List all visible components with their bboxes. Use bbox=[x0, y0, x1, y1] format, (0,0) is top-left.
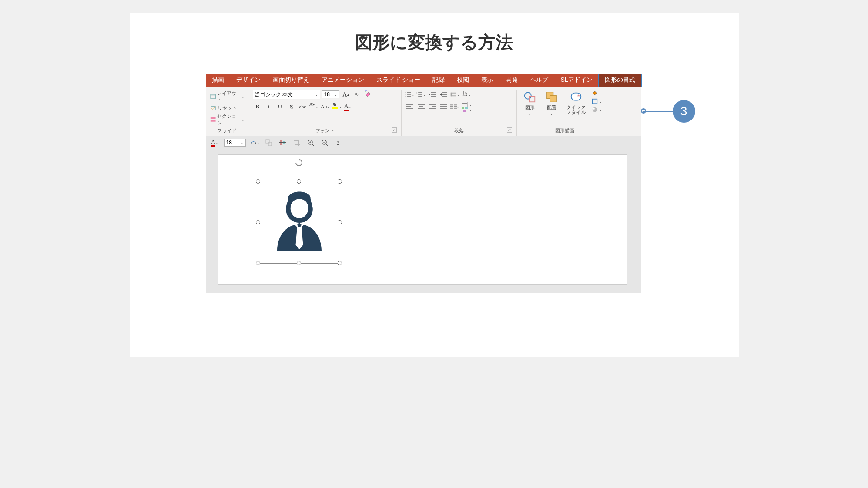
qat-zoom-in-button[interactable] bbox=[306, 138, 315, 147]
shapes-button[interactable]: 図形 ⌄ bbox=[520, 90, 540, 117]
shape-fill-button[interactable]: ⌄ bbox=[591, 90, 603, 97]
svg-rect-48 bbox=[462, 107, 464, 109]
svg-point-59 bbox=[251, 142, 252, 144]
svg-rect-32 bbox=[419, 106, 423, 107]
justify-button[interactable] bbox=[439, 102, 449, 112]
handle-mid-left[interactable] bbox=[256, 220, 260, 224]
svg-rect-19 bbox=[431, 94, 436, 95]
arrange-button[interactable]: 配置 ⌄ bbox=[542, 90, 561, 117]
paragraph-launcher-icon[interactable]: ⤢ bbox=[507, 127, 512, 133]
qat-crop-button[interactable] bbox=[292, 138, 302, 147]
reset-button[interactable]: リセット bbox=[209, 104, 245, 112]
grow-font-button[interactable]: A▴ bbox=[341, 90, 351, 99]
arrange-icon bbox=[545, 90, 558, 104]
svg-rect-4 bbox=[210, 120, 215, 122]
slide-container: 図形に変換する方法 描画デザイン画面切り替えアニメーションスライド ショー記録校… bbox=[130, 13, 739, 357]
strike-button[interactable]: abc bbox=[298, 102, 308, 111]
smartart-button[interactable]: ⌄ bbox=[462, 107, 472, 112]
rotate-handle-icon[interactable] bbox=[295, 159, 303, 167]
handle-top-right[interactable] bbox=[338, 179, 342, 184]
handle-bottom-left[interactable] bbox=[256, 261, 260, 265]
qat-overflow-button[interactable]: ▾ bbox=[334, 138, 343, 147]
clear-format-button[interactable] bbox=[364, 90, 373, 99]
outline-icon bbox=[592, 98, 598, 104]
highlight-button[interactable]: ⌄ bbox=[332, 102, 342, 111]
shape-effects-button[interactable]: ⌄ bbox=[591, 106, 603, 113]
shape-outline-button[interactable]: ⌄ bbox=[591, 98, 603, 105]
tab-4[interactable]: スライド ショー bbox=[370, 74, 427, 87]
align-text-button[interactable]: ⌄ bbox=[462, 102, 472, 107]
tab-1[interactable]: デザイン bbox=[230, 74, 267, 87]
text-direction-button[interactable]: ∥A⌄ bbox=[462, 90, 471, 99]
svg-rect-9 bbox=[407, 94, 411, 95]
bullets-button[interactable]: ⌄ bbox=[405, 90, 415, 99]
change-case-button[interactable]: Aa⌄ bbox=[321, 102, 330, 111]
svg-rect-44 bbox=[450, 108, 453, 109]
svg-rect-61 bbox=[266, 140, 269, 143]
tab-7[interactable]: 表示 bbox=[475, 74, 499, 87]
qat-font-size-combo[interactable]: 18⌄ bbox=[224, 139, 246, 147]
shadow-button[interactable]: S bbox=[287, 102, 296, 111]
increase-indent-button[interactable] bbox=[439, 90, 449, 99]
shrink-font-button[interactable]: A▾ bbox=[352, 90, 362, 99]
qat-font-color-button[interactable]: A⌄ bbox=[210, 138, 220, 147]
layout-button[interactable]: レイアウト⌄ bbox=[209, 90, 245, 104]
svg-text:∥A: ∥A bbox=[462, 91, 467, 95]
tab-9[interactable]: ヘルプ bbox=[524, 74, 554, 87]
tab-8[interactable]: 開発 bbox=[499, 74, 524, 87]
decrease-indent-button[interactable] bbox=[428, 90, 437, 99]
font-color-button[interactable]: A⌄ bbox=[343, 102, 353, 111]
handle-mid-right[interactable] bbox=[338, 220, 342, 224]
handle-bottom-center[interactable] bbox=[297, 261, 301, 265]
slide-canvas[interactable] bbox=[206, 149, 641, 293]
handle-top-left[interactable] bbox=[256, 179, 260, 184]
page-title: 図形に変換する方法 bbox=[130, 30, 739, 54]
svg-point-8 bbox=[405, 94, 406, 95]
section-icon bbox=[210, 117, 216, 123]
section-button[interactable]: セクション⌄ bbox=[209, 113, 245, 127]
svg-rect-28 bbox=[406, 104, 413, 105]
selected-shape[interactable] bbox=[258, 181, 340, 264]
qat-edit-shape-button[interactable]: ⌄ bbox=[250, 138, 260, 147]
bold-button[interactable]: B bbox=[253, 102, 262, 111]
svg-rect-11 bbox=[407, 96, 411, 97]
align-center-button[interactable] bbox=[416, 102, 426, 112]
quick-styles-icon bbox=[570, 90, 583, 104]
tab-5[interactable]: 記録 bbox=[426, 74, 451, 87]
align-right-button[interactable] bbox=[428, 102, 437, 112]
ribbon-group-paragraph: ⌄ 123⌄ ⌄ ∥A⌄ ⌄ ⌄ bbox=[402, 90, 517, 136]
handle-bottom-right[interactable] bbox=[338, 261, 342, 265]
effects-icon bbox=[592, 107, 598, 113]
tab-11[interactable]: 図形の書式 bbox=[599, 74, 641, 87]
qat-align-button[interactable] bbox=[278, 138, 288, 147]
quick-styles-button[interactable]: クイック スタイル bbox=[564, 90, 588, 116]
svg-rect-33 bbox=[418, 108, 425, 109]
tab-3[interactable]: アニメーション bbox=[315, 74, 370, 87]
italic-button[interactable]: I bbox=[264, 102, 274, 111]
handle-top-center[interactable] bbox=[297, 179, 301, 184]
svg-rect-7 bbox=[407, 92, 411, 93]
callout-line bbox=[643, 111, 674, 112]
svg-rect-29 bbox=[406, 106, 411, 107]
char-spacing-button[interactable]: AV↔⌄ bbox=[309, 102, 319, 111]
font-size-combo[interactable]: 18⌄ bbox=[322, 90, 339, 98]
svg-rect-39 bbox=[440, 108, 447, 109]
font-name-combo[interactable]: 游ゴシック 本文⌄ bbox=[253, 90, 320, 99]
qat-zoom-out-button[interactable] bbox=[320, 138, 329, 147]
align-left-button[interactable] bbox=[405, 102, 415, 112]
line-spacing-button[interactable]: ⌄ bbox=[450, 90, 460, 99]
tab-6[interactable]: 校閲 bbox=[451, 74, 475, 87]
ribbon-group-drawing: 図形 ⌄ 配置 ⌄ クイック スタイル ⌄ ⌄ bbox=[517, 90, 613, 136]
qat-group-button[interactable] bbox=[264, 138, 274, 147]
svg-point-60 bbox=[255, 142, 256, 144]
font-launcher-icon[interactable]: ⤢ bbox=[392, 127, 397, 133]
svg-rect-15 bbox=[418, 94, 422, 95]
tab-10[interactable]: SLアドイン bbox=[554, 74, 598, 87]
tab-2[interactable]: 画面切り替え bbox=[267, 74, 315, 87]
columns-button[interactable]: ⌄ bbox=[450, 102, 460, 112]
underline-button[interactable]: U bbox=[275, 102, 285, 111]
numbering-button[interactable]: 123⌄ bbox=[416, 90, 426, 99]
svg-point-10 bbox=[405, 96, 406, 97]
powerpoint-window: 描画デザイン画面切り替えアニメーションスライド ショー記録校閲表示開発ヘルプSL… bbox=[206, 74, 641, 293]
tab-0[interactable]: 描画 bbox=[206, 74, 230, 87]
